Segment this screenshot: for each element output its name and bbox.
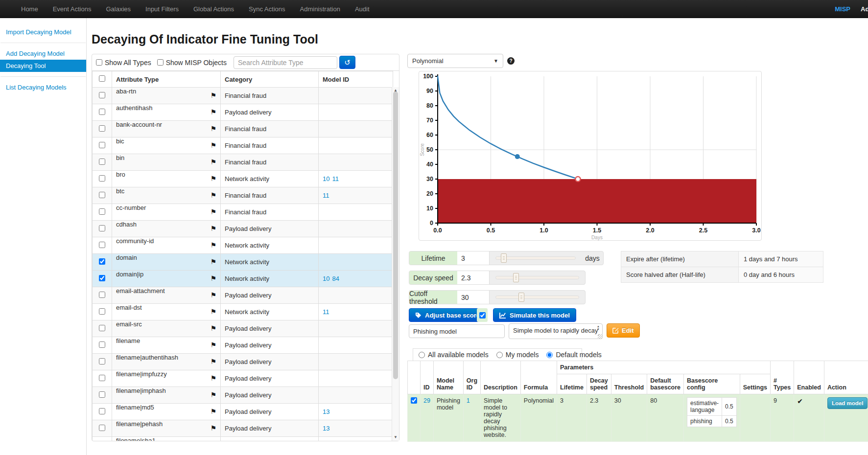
- model-id-link[interactable]: 13: [323, 425, 329, 432]
- nav-item-administration[interactable]: Administration: [293, 0, 348, 18]
- nav-item-galaxies[interactable]: Galaxies: [98, 0, 138, 18]
- scrollbar-thumb[interactable]: [393, 91, 398, 379]
- show-misp-objects-checkbox[interactable]: [157, 59, 164, 66]
- row-checkbox[interactable]: [99, 142, 105, 148]
- table-row: email-src⚑Payload delivery: [93, 320, 393, 337]
- row-checkbox[interactable]: [99, 109, 105, 115]
- row-checkbox[interactable]: [99, 192, 105, 198]
- y-tick-label: 0: [430, 220, 433, 227]
- row-checkbox[interactable]: [99, 391, 105, 398]
- sidebar-divider: [0, 76, 86, 77]
- row-checkbox[interactable]: [99, 258, 105, 265]
- cutoff-threshold-slider-handle[interactable]: [518, 293, 524, 302]
- threshold-point-marker[interactable]: [575, 177, 580, 182]
- spinner-arrows-icon[interactable]: ▲▼: [595, 325, 601, 331]
- model-id-link[interactable]: 11: [323, 308, 329, 316]
- select-all-checkbox[interactable]: [99, 75, 105, 82]
- model-id-link[interactable]: 11: [332, 175, 339, 182]
- show-all-types-checkbox[interactable]: [96, 59, 102, 66]
- nav-item-sync-actions[interactable]: Sync Actions: [241, 0, 292, 18]
- row-checkbox[interactable]: [99, 358, 105, 364]
- row-checkbox[interactable]: [99, 208, 105, 215]
- load-model-button[interactable]: Load model: [827, 397, 868, 409]
- misp-brand-link[interactable]: MISP: [835, 0, 850, 18]
- nav-item-event-actions[interactable]: Event Actions: [46, 0, 99, 18]
- lifetime-slider-handle[interactable]: [501, 253, 507, 263]
- models-table-header-top: ID Model Name Org ID Description Formula…: [408, 361, 868, 374]
- show-misp-objects-toggle[interactable]: Show MISP Objects: [157, 59, 227, 67]
- formula-select[interactable]: Polynomial ▼: [407, 54, 503, 68]
- model-row-checkbox[interactable]: [411, 397, 417, 404]
- nav-item-global-actions[interactable]: Global Actions: [186, 0, 241, 18]
- model-filter-radio[interactable]: [419, 352, 425, 358]
- model-id-link[interactable]: 10: [323, 275, 329, 282]
- help-question-icon[interactable]: ?: [507, 57, 515, 65]
- vertical-scrollbar[interactable]: ▲ ▼: [392, 87, 399, 441]
- row-checkbox[interactable]: [99, 92, 105, 98]
- row-checkbox[interactable]: [99, 325, 105, 331]
- model-description-textarea[interactable]: [509, 323, 603, 339]
- row-checkbox[interactable]: [99, 375, 105, 381]
- row-checkbox[interactable]: [99, 159, 105, 165]
- model-filter-radio[interactable]: [546, 352, 553, 358]
- lifetime-input[interactable]: [457, 251, 490, 265]
- model-filter-option-my-models[interactable]: My models: [496, 351, 539, 359]
- cutoff-threshold-slider-track[interactable]: [495, 296, 579, 299]
- row-checkbox[interactable]: [99, 292, 105, 298]
- scroll-down-icon[interactable]: ▼: [392, 434, 399, 441]
- model-enabled-cell: ✔: [794, 394, 824, 442]
- history-icon: ↺: [344, 58, 351, 67]
- model-filter-option-all-available-models[interactable]: All available models: [419, 351, 489, 359]
- user-menu[interactable]: Admin: [861, 0, 868, 18]
- models-col-description: Description: [481, 361, 521, 394]
- attribute-type-panel: Show All Types Show MISP Objects ↺ Attri…: [92, 54, 399, 441]
- model-name-input[interactable]: [409, 324, 505, 338]
- sidebar-item-list-decaying-models[interactable]: List Decaying Models: [0, 81, 86, 93]
- model-id-link[interactable]: 10: [323, 175, 329, 182]
- attribute-type-label: domain|ip: [116, 271, 143, 278]
- row-checkbox[interactable]: [99, 125, 105, 132]
- sidebar-item-decaying-tool[interactable]: Decaying Tool: [0, 60, 86, 72]
- model-filter-option-default-models[interactable]: Default models: [546, 351, 601, 359]
- sidebar-item-add-decaying-model[interactable]: Add Decaying Model: [0, 47, 86, 60]
- decay-speed-slider-track[interactable]: [495, 276, 579, 279]
- cutoff-threshold-input[interactable]: [457, 291, 490, 304]
- adjust-base-score-checkbox[interactable]: [479, 312, 486, 318]
- decay-speed-slider-handle[interactable]: [513, 273, 519, 282]
- column-header-attribute-type: Attribute Type: [112, 71, 221, 88]
- row-checkbox[interactable]: [99, 225, 105, 231]
- model-id-link[interactable]: 84: [332, 275, 339, 282]
- sidebar-item-import-decaying-model[interactable]: Import Decaying Model: [0, 26, 86, 38]
- row-checkbox[interactable]: [99, 242, 105, 248]
- nav-item-input-filters[interactable]: Input Filters: [138, 0, 186, 18]
- edit-model-button[interactable]: Edit: [607, 323, 640, 338]
- decay-speed-slider[interactable]: [490, 271, 585, 284]
- nav-item-home[interactable]: Home: [14, 0, 46, 18]
- row-checkbox[interactable]: [99, 425, 105, 431]
- adjust-base-score-button[interactable]: Adjust base score: [409, 308, 486, 322]
- model-filter-radio[interactable]: [496, 352, 503, 358]
- row-checkbox[interactable]: [99, 408, 105, 414]
- refresh-button[interactable]: ↺: [339, 56, 355, 69]
- model-id-link[interactable]: 11: [323, 192, 329, 199]
- row-checkbox[interactable]: [99, 275, 105, 281]
- row-checkbox[interactable]: [99, 175, 105, 182]
- row-checkbox-cell: [93, 121, 112, 137]
- lifetime-slider[interactable]: [490, 251, 582, 265]
- cutoff-threshold-slider[interactable]: [490, 291, 585, 304]
- lifetime-slider-track[interactable]: [495, 256, 576, 260]
- row-checkbox[interactable]: [99, 341, 105, 348]
- resize-grip-icon[interactable]: [598, 334, 602, 339]
- row-checkbox[interactable]: [99, 308, 105, 315]
- search-input[interactable]: [234, 56, 337, 69]
- flag-icon: ⚑: [210, 171, 216, 187]
- decay-speed-input[interactable]: [457, 271, 490, 284]
- decay-info-table: Expire after (lifetime) 1 days and 7 hou…: [621, 251, 823, 283]
- show-all-types-toggle[interactable]: Show All Types: [96, 59, 151, 67]
- model-id-link[interactable]: 29: [423, 397, 430, 404]
- nav-item-audit[interactable]: Audit: [348, 0, 377, 18]
- curve-point-marker[interactable]: [515, 154, 520, 159]
- simulate-model-button[interactable]: Simulate this model: [493, 308, 576, 322]
- model-org-link[interactable]: 1: [467, 397, 470, 404]
- model-id-link[interactable]: 13: [323, 408, 329, 415]
